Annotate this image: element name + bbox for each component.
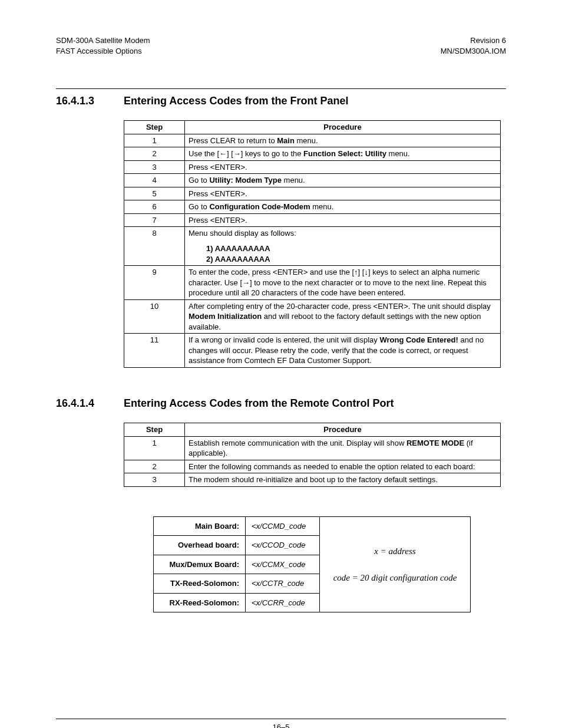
proc-cell: The modem should re-initialize and boot … [185, 473, 501, 487]
step-cell: 2 [124, 147, 185, 161]
procedure-table-2: Step Procedure 1 Establish remote commun… [124, 423, 501, 487]
proc-cell: Press CLEAR to return to Main menu. [185, 134, 501, 147]
header-left-2: FAST Accessible Options [56, 46, 142, 57]
table-row: 6 Go to Configuration Code-Modem menu. [124, 200, 501, 214]
cmd-label: TX-Reed-Solomon: [154, 574, 246, 594]
section-heading-2: 16.4.1.4 Entering Access Codes from the … [56, 397, 506, 410]
step-cell: 3 [124, 160, 185, 174]
step-cell: 7 [124, 213, 185, 227]
table-row: 2 Enter the following commands as needed… [124, 460, 501, 473]
cmd-code: <x/CCRR_code [246, 593, 320, 612]
proc-cell: Enter the following commands as needed t… [185, 460, 501, 473]
table-row: 11 If a wrong or invalid code is entered… [124, 334, 501, 368]
section-title-1: Entering Access Codes from the Front Pan… [124, 95, 348, 107]
step-cell: 2 [124, 460, 185, 473]
step-cell: 4 [124, 174, 185, 187]
cmd-code: <x/CCTR_code [246, 574, 320, 594]
header-left-1: SDM-300A Satellite Modem [56, 35, 150, 46]
table-row: 2 Use the [←] [→] keys to go to the Func… [124, 147, 501, 161]
step-cell: 8 [124, 227, 185, 266]
proc-cell: If a wrong or invalid code is entered, t… [185, 334, 501, 368]
table-row: 7 Press <ENTER>. [124, 213, 501, 227]
header-rule [56, 88, 506, 89]
proc-cell: Press <ENTER>. [185, 160, 501, 174]
proc-cell: Go to Configuration Code-Modem menu. [185, 200, 501, 214]
step-cell: 3 [124, 473, 185, 487]
th-procedure: Procedure [185, 423, 501, 437]
section-number-2: 16.4.1.4 [56, 397, 121, 410]
proc-cell: Menu should display as follows: 1) AAAAA… [185, 227, 501, 266]
proc-cell: Go to Utility: Modem Type menu. [185, 174, 501, 187]
proc-cell: To enter the code, press <ENTER> and use… [185, 266, 501, 300]
page-number: 16–5 [56, 723, 506, 728]
step-cell: 6 [124, 200, 185, 214]
proc-cell: Establish remote communication with the … [185, 436, 501, 460]
step-cell: 5 [124, 187, 185, 200]
cmd-notes: x = address code = 20 digit configuratio… [320, 516, 471, 612]
proc-cell: Use the [←] [→] keys to go to the Functi… [185, 147, 501, 161]
cmd-code: <x/CCMD_code [246, 516, 320, 536]
cmd-label: RX-Reed-Solomon: [154, 593, 246, 612]
table-row: Main Board: <x/CCMD_code x = address cod… [154, 516, 471, 536]
step-cell: 11 [124, 334, 185, 368]
th-step: Step [124, 121, 185, 134]
proc-cell: Press <ENTER>. [185, 187, 501, 200]
step-cell: 9 [124, 266, 185, 300]
th-step: Step [124, 423, 185, 437]
procedure-table-1: Step Procedure 1 Press CLEAR to return t… [124, 120, 501, 368]
cmd-code: <x/CCOD_code [246, 536, 320, 555]
header-right-2: MN/SDM300A.IOM [441, 46, 506, 57]
table-row: 3 Press <ENTER>. [124, 160, 501, 174]
command-table: Main Board: <x/CCMD_code x = address cod… [153, 516, 471, 613]
proc-cell: Press <ENTER>. [185, 213, 501, 227]
table-row: 8 Menu should display as follows: 1) AAA… [124, 227, 501, 266]
step-cell: 1 [124, 436, 185, 460]
header-right-1: Revision 6 [470, 35, 506, 46]
proc-cell: After completing entry of the 20-charact… [185, 299, 501, 334]
step-cell: 10 [124, 299, 185, 334]
step-cell: 1 [124, 134, 185, 147]
page-header: SDM-300A Satellite Modem Revision 6 FAST… [56, 35, 506, 56]
cmd-label: Overhead board: [154, 536, 246, 555]
table-row: 5 Press <ENTER>. [124, 187, 501, 200]
th-procedure: Procedure [185, 121, 501, 134]
section-number-1: 16.4.1.3 [56, 95, 121, 107]
table-row: 3 The modem should re-initialize and boo… [124, 473, 501, 487]
table-row: 1 Press CLEAR to return to Main menu. [124, 134, 501, 147]
section-title-2: Entering Access Codes from the Remote Co… [124, 397, 394, 409]
cmd-label: Main Board: [154, 516, 246, 536]
cmd-code: <x/CCMX_code [246, 555, 320, 574]
cmd-label: Mux/Demux Board: [154, 555, 246, 574]
section-heading-1: 16.4.1.3 Entering Access Codes from the … [56, 95, 506, 107]
table-row: 4 Go to Utility: Modem Type menu. [124, 174, 501, 187]
table-row: 1 Establish remote communication with th… [124, 436, 501, 460]
table-row: 10 After completing entry of the 20-char… [124, 299, 501, 334]
table-row: 9 To enter the code, press <ENTER> and u… [124, 266, 501, 300]
footer-rule [56, 719, 506, 719]
